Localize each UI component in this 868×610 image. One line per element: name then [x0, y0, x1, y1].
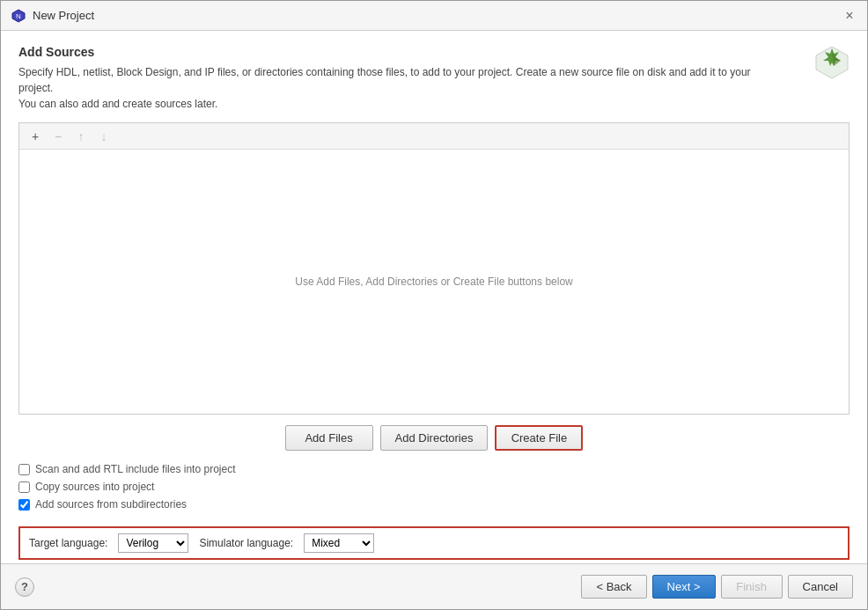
copy-sources-checkbox[interactable]	[18, 481, 30, 493]
vivado-logo	[814, 45, 850, 80]
new-project-icon: N	[11, 9, 26, 23]
help-button[interactable]: ?	[15, 577, 34, 597]
section-title: Add Sources	[18, 45, 814, 59]
finish-button[interactable]: Finish	[721, 575, 783, 599]
options-section: Scan and add RTL include files into proj…	[18, 463, 850, 516]
file-area: + − ↑ ↓ Use Add Files, Add Directories o…	[18, 122, 850, 415]
add-files-button[interactable]: Add Files	[285, 425, 373, 451]
back-button[interactable]: < Back	[581, 575, 646, 599]
footer-right: < Back Next > Finish Cancel	[581, 575, 853, 599]
header-section: Add Sources Specify HDL, netlist, Block …	[18, 45, 850, 112]
action-buttons: Add Files Add Directories Create File	[18, 425, 850, 451]
svg-text:N: N	[16, 12, 21, 20]
file-list-hint: Use Add Files, Add Directories or Create…	[295, 276, 572, 288]
add-subdirs-checkbox[interactable]	[18, 499, 30, 511]
title-bar: N New Project ×	[1, 1, 867, 31]
section-description: Specify HDL, netlist, Block Design, and …	[18, 64, 784, 112]
new-project-dialog: N New Project × Add Sources Specify HDL,…	[0, 0, 868, 610]
add-subdirs-label: Add sources from subdirectories	[35, 498, 187, 511]
footer: ? < Back Next > Finish Cancel	[1, 563, 867, 609]
target-language-select[interactable]: Verilog VHDL	[118, 533, 188, 553]
add-directories-button[interactable]: Add Directories	[380, 425, 489, 451]
cancel-button[interactable]: Cancel	[788, 575, 853, 599]
content-area: Add Sources Specify HDL, netlist, Block …	[1, 31, 867, 563]
title-bar-left: N New Project	[11, 9, 94, 23]
add-source-button[interactable]: +	[25, 127, 46, 146]
scan-rtl-checkbox[interactable]	[18, 464, 30, 475]
file-toolbar: + − ↑ ↓	[19, 123, 849, 150]
close-button[interactable]: ×	[842, 9, 857, 23]
add-subdirs-row: Add sources from subdirectories	[18, 498, 850, 511]
copy-sources-label: Copy sources into project	[35, 481, 154, 493]
next-button[interactable]: Next >	[652, 575, 716, 599]
footer-left: ?	[15, 577, 34, 597]
language-section: Target language: Verilog VHDL Simulator …	[18, 526, 850, 560]
remove-source-button[interactable]: −	[48, 127, 69, 146]
target-language-label: Target language:	[29, 537, 107, 549]
move-down-button[interactable]: ↓	[93, 127, 114, 146]
copy-sources-row: Copy sources into project	[18, 481, 850, 493]
header-text: Add Sources Specify HDL, netlist, Block …	[18, 45, 814, 112]
simulator-language-select[interactable]: Mixed Verilog VHDL	[304, 533, 374, 553]
move-up-button[interactable]: ↑	[70, 127, 92, 146]
create-file-button[interactable]: Create File	[495, 425, 583, 451]
title-text: New Project	[33, 9, 94, 22]
file-list: Use Add Files, Add Directories or Create…	[19, 150, 849, 414]
scan-rtl-label: Scan and add RTL include files into proj…	[35, 463, 235, 475]
scan-rtl-row: Scan and add RTL include files into proj…	[18, 463, 850, 475]
simulator-language-label: Simulator language:	[199, 537, 293, 549]
